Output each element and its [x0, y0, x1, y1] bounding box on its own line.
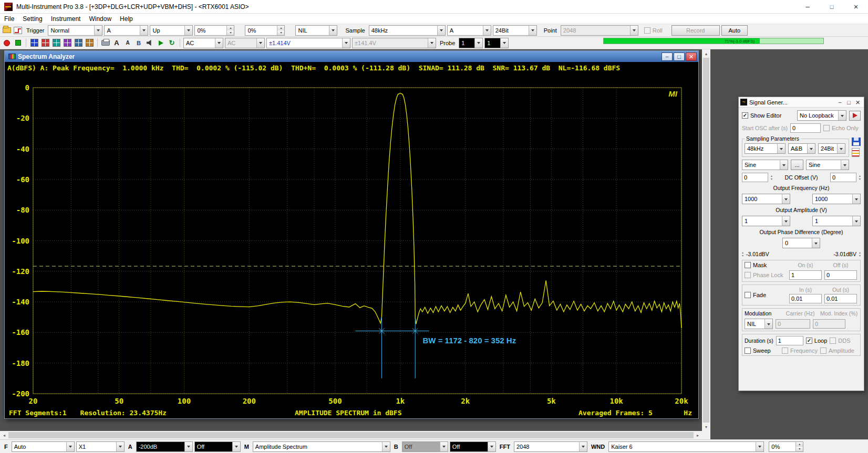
gen-channel-select[interactable]: A&B — [788, 143, 815, 154]
waveform-a-select[interactable]: Sine — [742, 160, 788, 170]
fade-checkbox[interactable]: Fade — [745, 292, 787, 298]
oscilloscope-icon[interactable] — [40, 38, 50, 48]
label-icon[interactable]: B — [134, 38, 143, 48]
derived-data-icon[interactable] — [85, 38, 94, 48]
spectrum-plot[interactable]: 0-20-40-60-80-100-120-140-160-180-200205… — [5, 73, 698, 407]
menu-setting[interactable]: Setting — [18, 15, 46, 23]
trigger-level-spinner[interactable]: 0% — [194, 25, 234, 36]
display-mode-select[interactable]: Amplitude Spectrum — [253, 441, 390, 452]
menu-window[interactable]: Window — [85, 15, 116, 23]
hot-panel-icon[interactable] — [852, 148, 860, 157]
frequency-a-select[interactable]: 1000 — [742, 194, 790, 204]
sweep-frequency-checkbox[interactable]: Frequency — [782, 347, 818, 354]
spin-up-icon[interactable] — [796, 442, 803, 447]
probe-b-select[interactable]: 1 — [484, 38, 509, 48]
frequency-axis-select[interactable]: Auto — [12, 441, 75, 452]
coupling-a-select[interactable]: AC — [183, 38, 223, 48]
probe-a-select[interactable]: 1 — [459, 38, 483, 48]
b-extra-select[interactable]: Off — [450, 441, 496, 452]
sample-channel-select[interactable]: A — [447, 25, 491, 36]
carrier-input[interactable] — [776, 319, 810, 329]
mask-on-input[interactable] — [789, 270, 822, 280]
data-logger-icon[interactable] — [74, 38, 83, 48]
close-button[interactable] — [686, 52, 697, 61]
dc-offset-a-input[interactable] — [742, 173, 768, 182]
loopback-select[interactable]: No Loopback — [797, 110, 846, 121]
loop-checkbox[interactable]: Loop — [806, 338, 827, 344]
spin-down-icon[interactable] — [227, 30, 234, 35]
modulation-type-select[interactable]: NIL — [745, 319, 773, 329]
increase-font-icon[interactable]: A — [112, 38, 121, 48]
spectrogram-icon[interactable] — [63, 38, 72, 48]
spin-down-icon[interactable] — [796, 447, 803, 451]
zoom-select[interactable]: X1 — [76, 441, 125, 452]
fine-adjust-b-spinner[interactable] — [859, 251, 861, 257]
coupling-b-select[interactable]: AC — [225, 38, 265, 48]
decrease-font-icon[interactable]: A — [123, 38, 132, 48]
show-editor-checkbox[interactable]: Show Editor — [742, 112, 781, 119]
start-osc-input[interactable] — [790, 123, 821, 133]
fade-out-input[interactable] — [824, 294, 857, 303]
app-titlebar[interactable]: Multi-Instrument Pro 3.8 - [+3DP+DLG+LCR… — [0, 0, 868, 14]
restore-button[interactable] — [674, 52, 685, 61]
duration-input[interactable] — [776, 336, 803, 345]
scrollbar-thumb[interactable] — [8, 432, 694, 438]
amplitude-a-select[interactable]: 1 — [742, 216, 790, 226]
stop-icon[interactable] — [13, 38, 23, 48]
dc-offset-b-spinner[interactable] — [859, 174, 861, 181]
scroll-up-icon[interactable]: ▴ — [702, 49, 710, 58]
spin-up-icon[interactable] — [277, 26, 284, 30]
scroll-left-icon[interactable]: ◂ — [0, 431, 8, 439]
minimize-button[interactable] — [662, 52, 673, 61]
sweep-amplitude-checkbox[interactable]: Amplitude — [820, 347, 854, 354]
multimeter-icon[interactable] — [29, 38, 39, 48]
fine-adjust-a-spinner[interactable] — [742, 251, 743, 257]
range-b-select[interactable]: ±141.4V — [352, 38, 436, 48]
vertical-scrollbar[interactable]: ▴ ▾ — [702, 49, 710, 431]
a-extra-select[interactable]: Off — [194, 441, 241, 452]
fft-size-select[interactable]: 2048 — [514, 441, 587, 452]
trigger-edge-select[interactable]: Up — [150, 25, 193, 36]
scroll-down-icon[interactable]: ▾ — [702, 423, 710, 431]
amplitude-b-select[interactable]: 1 — [812, 216, 861, 226]
gen-bit-depth-select[interactable]: 24Bit — [818, 143, 845, 154]
spin-down-icon[interactable] — [277, 30, 284, 35]
window-function-select[interactable]: Kaiser 6 — [608, 441, 764, 452]
sample-rate-select[interactable]: 48kHz — [369, 25, 446, 36]
spectrum-analyzer-toolbar-icon[interactable] — [51, 38, 61, 48]
range-a-select[interactable]: ±1.414V — [266, 38, 350, 48]
auto-button[interactable]: Auto — [721, 25, 748, 36]
record-button[interactable]: Record — [671, 25, 720, 36]
hpf-select[interactable]: NIL — [295, 25, 337, 36]
spin-up-icon[interactable] — [227, 26, 234, 30]
mask-off-input[interactable] — [824, 270, 857, 280]
sweep-checkbox[interactable]: Sweep — [745, 347, 779, 354]
roll-checkbox[interactable]: Roll — [644, 27, 663, 34]
loopback-icon[interactable]: ↻ — [167, 38, 177, 48]
mod-index-input[interactable] — [813, 319, 845, 329]
signal-generator-titlebar[interactable]: ~ Signal Gener... — [739, 97, 864, 108]
phase-lock-checkbox[interactable]: Phase Lock — [745, 272, 787, 278]
more-options-button[interactable]: ... — [791, 160, 803, 170]
maximize-button[interactable] — [844, 98, 853, 106]
record-icon[interactable] — [2, 38, 12, 48]
trigger-source-select[interactable]: A — [104, 25, 148, 36]
output-start-button[interactable] — [849, 111, 861, 121]
save-icon[interactable] — [852, 138, 861, 146]
b-range-select[interactable]: Off — [402, 441, 448, 452]
spectrum-analyzer-titlebar[interactable]: Spectrum Analyzer — [5, 51, 698, 62]
open-file-icon[interactable] — [2, 26, 12, 35]
dc-offset-b-input[interactable] — [830, 173, 856, 182]
frequency-b-select[interactable]: 1000 — [812, 194, 861, 204]
dc-offset-a-spinner[interactable] — [771, 174, 772, 181]
overlap-spinner[interactable]: 0% — [769, 441, 803, 452]
scrollbar-thumb[interactable] — [703, 58, 709, 423]
waveform-b-select[interactable]: Sine — [806, 160, 849, 170]
mask-checkbox[interactable]: Mask — [745, 262, 787, 268]
minimize-button[interactable] — [835, 98, 844, 106]
trigger-delay-spinner[interactable]: 0% — [245, 25, 285, 36]
sound-icon[interactable] — [145, 38, 154, 48]
minimize-button[interactable] — [795, 0, 820, 13]
fade-in-input[interactable] — [789, 294, 822, 303]
gen-sample-rate-select[interactable]: 48kHz — [745, 143, 786, 154]
